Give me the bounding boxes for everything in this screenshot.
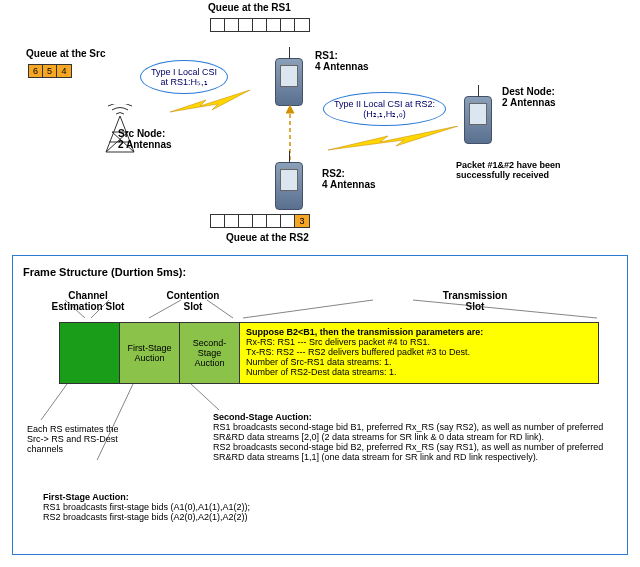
svg-line-12 bbox=[413, 300, 597, 318]
slot-bar: First-Stage Auction Second- Stage Auctio… bbox=[59, 322, 599, 384]
est-desc: Each RS estimates the Src-> RS and RS-De… bbox=[27, 424, 167, 454]
queue-rs1 bbox=[210, 18, 310, 32]
queue-src-label: Queue at the Src bbox=[26, 48, 105, 59]
queue-cell bbox=[239, 215, 253, 227]
svg-line-13 bbox=[41, 384, 67, 420]
queue-cell: 4 bbox=[57, 65, 71, 77]
queue-cell bbox=[211, 19, 225, 31]
svg-line-10 bbox=[207, 300, 233, 318]
first-stage-head: First-Stage Auction: bbox=[43, 492, 129, 502]
queue-src: 654 bbox=[28, 64, 72, 78]
queue-cell bbox=[239, 19, 253, 31]
svg-line-15 bbox=[191, 384, 219, 410]
queue-cell bbox=[281, 19, 295, 31]
first-stage-body: RS1 broadcasts first-stage bids (A1(0),A… bbox=[43, 502, 250, 522]
svg-line-8 bbox=[91, 300, 109, 318]
queue-cell bbox=[253, 215, 267, 227]
bolt-icon bbox=[328, 126, 458, 156]
frame-structure-panel: Frame Structure (Durtion 5ms): Channel E… bbox=[12, 255, 628, 555]
queue-cell bbox=[267, 19, 281, 31]
trans-l3: Number of Src-RS1 data streams: 1. bbox=[246, 357, 392, 367]
queue-cell: 3 bbox=[295, 215, 309, 227]
dashed-arrow-icon bbox=[270, 100, 310, 170]
rs1-label: RS1: 4 Antennas bbox=[315, 50, 369, 72]
second-stage-body: RS1 broadcasts second-stage bid B1, pref… bbox=[213, 422, 603, 462]
queue-cell bbox=[295, 19, 309, 31]
rs2-label: RS2: 4 Antennas bbox=[322, 168, 376, 190]
queue-cell bbox=[225, 215, 239, 227]
rs1-device-icon bbox=[275, 58, 303, 106]
src-node-label: Src Node: 2 Antennas bbox=[118, 128, 172, 150]
slot-first-stage: First-Stage Auction bbox=[120, 323, 180, 383]
header-leader-lines bbox=[13, 294, 613, 324]
svg-marker-6 bbox=[328, 126, 458, 150]
csi2-bubble: Type II Local CSI at RS2: (H₂,₁,H₂,₀) bbox=[323, 92, 446, 126]
trans-l2: Tx-RS: RS2 --- RS2 delivers buffered pad… bbox=[246, 347, 470, 357]
queue-cell: 6 bbox=[29, 65, 43, 77]
queue-rs2: 3 bbox=[210, 214, 310, 228]
trans-l4: Number of RS2-Dest data streams: 1. bbox=[246, 367, 397, 377]
slot-estimation bbox=[60, 323, 120, 383]
svg-line-7 bbox=[65, 300, 85, 318]
dest-note: Packet #1&#2 have been successfully rece… bbox=[456, 160, 561, 180]
trans-l1: Rx-RS: RS1 --- Src delivers packet #4 to… bbox=[246, 337, 430, 347]
queue-cell: 5 bbox=[43, 65, 57, 77]
queue-cell bbox=[211, 215, 225, 227]
bolt-icon bbox=[170, 90, 250, 120]
network-topology: Queue at the RS1 RS1: 4 Antennas Queue a… bbox=[0, 0, 640, 260]
slot-second-stage: Second- Stage Auction bbox=[180, 323, 240, 383]
slot-transmission: Suppose B2<B1, then the transmission par… bbox=[240, 323, 598, 383]
svg-marker-0 bbox=[170, 90, 250, 112]
queue-cell bbox=[253, 19, 267, 31]
queue-cell bbox=[267, 215, 281, 227]
queue-cell bbox=[281, 215, 295, 227]
rs2-device-icon bbox=[275, 162, 303, 210]
frame-title: Frame Structure (Durtion 5ms): bbox=[23, 266, 617, 278]
queue-cell bbox=[225, 19, 239, 31]
second-stage-head: Second-Stage Auction: bbox=[213, 412, 312, 422]
dest-label: Dest Node: 2 Antennas bbox=[502, 86, 556, 108]
csi1-bubble: Type I Local CSI at RS1:H₅,₁ bbox=[140, 60, 228, 94]
trans-headline: Suppose B2<B1, then the transmission par… bbox=[246, 327, 483, 337]
dest-device-icon bbox=[464, 96, 492, 144]
queue-rs1-label: Queue at the RS1 bbox=[208, 2, 291, 13]
queue-rs2-label: Queue at the RS2 bbox=[226, 232, 309, 243]
svg-line-11 bbox=[243, 300, 373, 318]
svg-line-9 bbox=[149, 300, 181, 318]
